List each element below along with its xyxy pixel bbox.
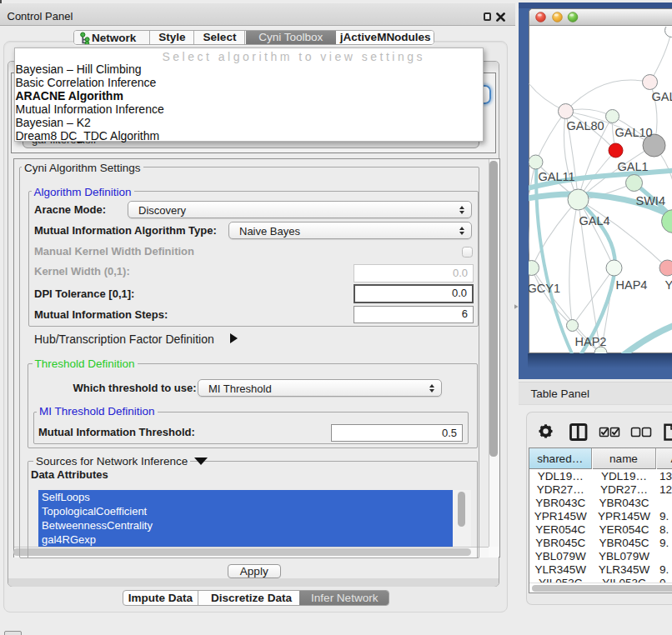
svg-text:GAL7: GAL7: [651, 89, 672, 102]
svg-text:GAL1: GAL1: [617, 159, 648, 172]
svg-text:GAL4: GAL4: [579, 213, 609, 227]
svg-text:SWI4: SWI4: [635, 193, 664, 207]
svg-text:GCY1: GCY1: [529, 281, 560, 294]
svg-text:GAL80: GAL80: [566, 118, 604, 132]
svg-text:GAL11: GAL11: [538, 169, 574, 182]
svg-text:GAL10: GAL10: [614, 125, 652, 138]
svg-text:HAP4: HAP4: [615, 278, 647, 291]
svg-text:HAP2: HAP2: [574, 334, 606, 348]
svg-text:YM: YM: [664, 278, 672, 291]
